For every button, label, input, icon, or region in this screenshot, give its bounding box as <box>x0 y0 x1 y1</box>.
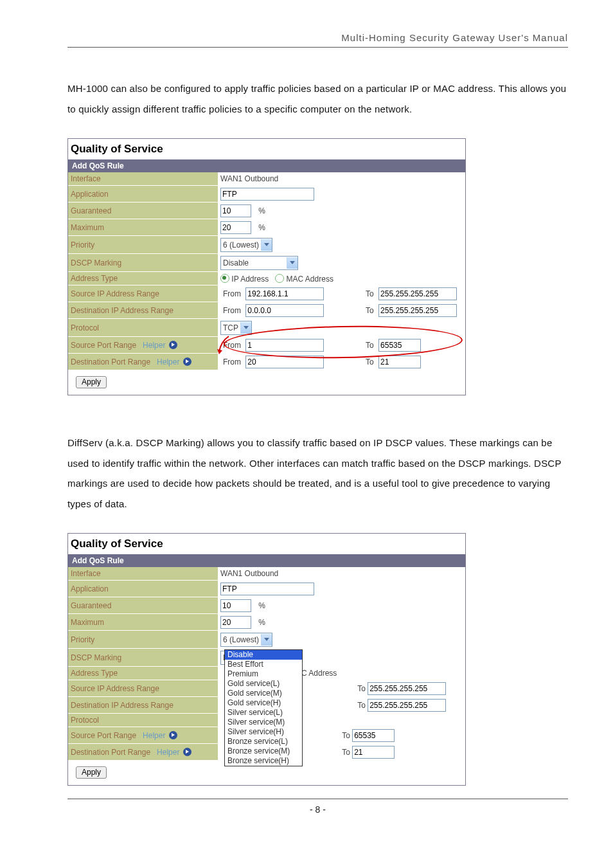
helper-link[interactable]: Helper <box>157 748 179 757</box>
label-srcip: Source IP Address Range <box>68 680 218 697</box>
from-label: From <box>220 306 241 315</box>
chevron-down-icon <box>287 257 298 269</box>
value-interface: WAN1 Outbound <box>218 172 465 186</box>
pct-label: % <box>258 601 265 610</box>
label-application: Application <box>68 581 218 597</box>
srcport-to-input[interactable] <box>352 729 395 742</box>
srcip-from-input[interactable] <box>245 287 324 300</box>
dstip-to-input[interactable] <box>378 304 457 317</box>
doc-header: Multi-Homing Security Gateway User's Man… <box>67 32 568 48</box>
label-srcport: Source Port Range Helper <box>68 727 218 744</box>
helper-link[interactable]: Helper <box>143 341 165 350</box>
apply-button[interactable]: Apply <box>76 376 107 388</box>
dscp-option[interactable]: Bronze service(M) <box>225 746 302 756</box>
dscp-option[interactable]: Silver service(L) <box>225 708 302 718</box>
maximum-input[interactable] <box>220 616 251 629</box>
dscp-option[interactable]: Silver service(M) <box>225 718 302 727</box>
label-maximum: Maximum <box>68 219 218 236</box>
guaranteed-input[interactable] <box>220 204 251 217</box>
label-interface: Interface <box>68 172 218 186</box>
label-protocol: Protocol <box>68 714 218 727</box>
to-label: To <box>357 684 366 693</box>
panel-subtitle: Add QoS Rule <box>68 159 465 172</box>
mac-radio[interactable] <box>275 274 284 283</box>
maximum-input[interactable] <box>220 221 251 234</box>
to-label: To <box>357 701 366 710</box>
dscp-option[interactable]: Bronze service(H) <box>225 756 302 766</box>
label-srcport: Source Port Range Helper <box>68 337 218 354</box>
page-number: - 8 - <box>67 799 568 815</box>
helper-link[interactable]: Helper <box>157 357 179 366</box>
srcip-to-input[interactable] <box>368 682 446 695</box>
value-interface: WAN1 Outbound <box>218 567 465 581</box>
label-maximum: Maximum <box>68 614 218 631</box>
dstport-to-input[interactable] <box>352 746 395 759</box>
label-dstip: Destination IP Address Range <box>68 302 218 319</box>
application-input[interactable] <box>220 583 314 595</box>
label-addrtype: Address Type <box>68 667 218 680</box>
panel-title: Quality of Service <box>68 139 465 159</box>
dscp-option[interactable]: Gold service(M) <box>225 689 302 698</box>
dscp-option[interactable]: Gold service(L) <box>225 679 302 689</box>
protocol-value: TCP <box>223 323 238 332</box>
dscp-value: Disable <box>223 258 249 267</box>
apply-button[interactable]: Apply <box>76 766 107 779</box>
caddr-label: C Address <box>301 669 337 678</box>
dscp-option[interactable]: Disable <box>225 650 302 660</box>
dscp-option[interactable]: Bronze service(L) <box>225 737 302 746</box>
label-guaranteed: Guaranteed <box>68 203 218 219</box>
label-priority: Priority <box>68 236 218 254</box>
protocol-select[interactable]: TCP <box>220 321 252 335</box>
pct-label: % <box>258 206 265 215</box>
panel-subtitle: Add QoS Rule <box>68 554 465 567</box>
to-label: To <box>362 306 374 315</box>
label-priority: Priority <box>68 631 218 649</box>
label-interface: Interface <box>68 567 218 581</box>
label-dscp: DSCP Marking <box>68 649 218 667</box>
dscp-option[interactable]: Premium <box>225 669 302 679</box>
qos-panel-1: Quality of Service Add QoS Rule Interfac… <box>67 138 466 395</box>
play-icon[interactable] <box>169 341 177 349</box>
dscp-dropdown-list[interactable]: DisableBest EffortPremiumGold service(L)… <box>224 649 303 766</box>
label-dscp: DSCP Marking <box>68 254 218 272</box>
play-icon[interactable] <box>183 748 191 756</box>
qos-panel-2: Quality of Service Add QoS Rule Interfac… <box>67 533 466 786</box>
from-label: From <box>220 357 241 366</box>
dscp-select[interactable]: Disable <box>220 256 298 270</box>
to-label: To <box>362 357 374 366</box>
ip-radio[interactable] <box>220 274 229 283</box>
mac-radio-label: MAC Address <box>287 275 333 284</box>
intro-paragraph-2: DiffServ (a.k.a. DSCP Marking) allows yo… <box>67 433 568 514</box>
dstip-to-input[interactable] <box>368 699 446 712</box>
annotation-arrow-icon <box>217 335 233 357</box>
panel-title: Quality of Service <box>68 534 465 554</box>
priority-select[interactable]: 6 (Lowest) <box>220 633 272 647</box>
dstip-from-input[interactable] <box>245 304 324 317</box>
helper-link[interactable]: Helper <box>143 731 165 740</box>
pct-label: % <box>258 223 265 232</box>
srcip-to-input[interactable] <box>378 287 457 300</box>
label-dstip: Destination IP Address Range <box>68 697 218 714</box>
from-label: From <box>220 289 241 298</box>
chevron-down-icon <box>240 322 251 334</box>
to-label: To <box>342 731 350 740</box>
priority-value: 6 (Lowest) <box>223 635 259 644</box>
play-icon[interactable] <box>183 357 191 366</box>
priority-select[interactable]: 6 (Lowest) <box>220 238 272 252</box>
application-input[interactable] <box>220 188 314 201</box>
label-addrtype: Address Type <box>68 272 218 285</box>
label-protocol: Protocol <box>68 319 218 337</box>
chevron-down-icon <box>261 239 272 251</box>
label-srcip: Source IP Address Range <box>68 285 218 302</box>
dscp-option[interactable]: Silver service(H) <box>225 727 302 737</box>
guaranteed-input[interactable] <box>220 599 251 612</box>
label-guaranteed: Guaranteed <box>68 597 218 614</box>
intro-paragraph-1: MH-1000 can also be configured to apply … <box>67 78 568 119</box>
to-label: To <box>362 289 374 298</box>
label-application: Application <box>68 186 218 203</box>
dstport-to-input[interactable] <box>378 356 421 368</box>
dscp-option[interactable]: Best Effort <box>225 660 302 669</box>
priority-value: 6 (Lowest) <box>223 240 259 249</box>
dscp-option[interactable]: Gold service(H) <box>225 698 302 708</box>
play-icon[interactable] <box>169 731 177 739</box>
